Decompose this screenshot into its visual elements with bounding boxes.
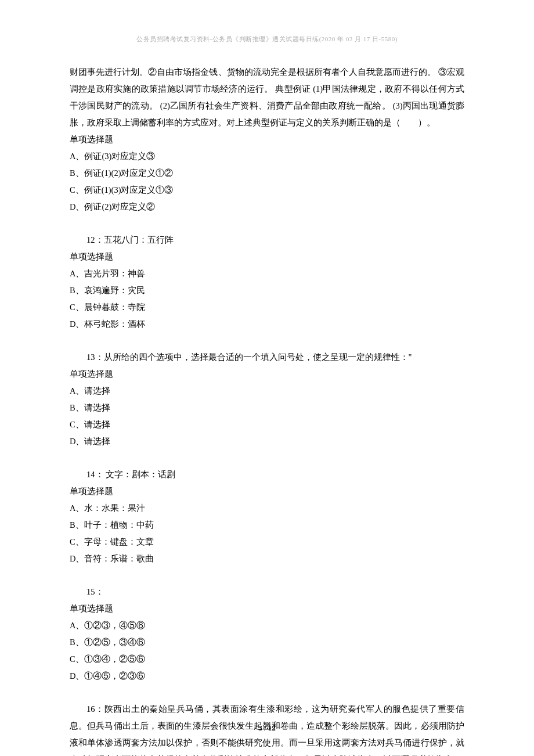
question-13-option-c: C、请选择 bbox=[70, 416, 464, 433]
question-14-option-c: C、字母：键盘：文章 bbox=[70, 534, 464, 550]
question-11-option-c: C、例证(1)(3)对应定义①③ bbox=[70, 182, 464, 199]
question-15-block: 15： 单项选择题 A、①②③，④⑤⑥ B、①②⑤，③④⑥ C、①③④，②⑤⑥ … bbox=[70, 584, 464, 685]
question-11-type: 单项选择题 bbox=[70, 131, 464, 148]
question-12-option-d: D、杯弓蛇影：酒杯 bbox=[70, 316, 464, 333]
question-15-option-b: B、①②⑤，③④⑥ bbox=[70, 634, 464, 651]
question-12-option-c: C、晨钟暮鼓：寺院 bbox=[70, 299, 464, 316]
page-number: 3 / 12 bbox=[0, 723, 534, 733]
question-15-option-c: C、①③④，②⑤⑥ bbox=[70, 651, 464, 668]
question-13-option-d: D、请选择 bbox=[70, 433, 464, 450]
question-13-block: 13：从所给的四个选项中，选择最合适的一个填入问号处，使之呈现一定的规律性：" … bbox=[70, 349, 464, 450]
question-13-option-a: A、请选择 bbox=[70, 383, 464, 399]
question-14-option-b: B、叶子：植物：中药 bbox=[70, 517, 464, 534]
question-14-type: 单项选择题 bbox=[70, 483, 464, 500]
question-14-stem: 14： 文字：剧本：话剧 bbox=[70, 466, 464, 483]
question-15-type: 单项选择题 bbox=[70, 600, 464, 617]
question-15-option-d: D、①④⑤，②③⑥ bbox=[70, 668, 464, 685]
question-12-type: 单项选择题 bbox=[70, 249, 464, 265]
question-12-option-a: A、吉光片羽：神兽 bbox=[70, 265, 464, 282]
question-11-option-d: D、例证(2)对应定义② bbox=[70, 199, 464, 215]
question-13-option-b: B、请选择 bbox=[70, 399, 464, 416]
question-13-type: 单项选择题 bbox=[70, 366, 464, 383]
question-11-option-b: B、例证(1)(2)对应定义①② bbox=[70, 165, 464, 182]
question-11-stem: 财团事先进行计划。②自由市场指金钱、货物的流动完全是根据所有者个人自我意愿而进行… bbox=[70, 64, 464, 131]
question-13-stem: 13：从所给的四个选项中，选择最合适的一个填入问号处，使之呈现一定的规律性：" bbox=[70, 349, 464, 366]
question-12-option-b: B、哀鸿遍野：灾民 bbox=[70, 282, 464, 299]
question-11-block: 财团事先进行计划。②自由市场指金钱、货物的流动完全是根据所有者个人自我意愿而进行… bbox=[70, 64, 464, 215]
question-14-option-d: D、音符：乐谱：歌曲 bbox=[70, 550, 464, 567]
question-14-block: 14： 文字：剧本：话剧 单项选择题 A、水：水果：果汁 B、叶子：植物：中药 … bbox=[70, 466, 464, 567]
question-12-block: 12：五花八门：五行阵 单项选择题 A、吉光片羽：神兽 B、哀鸿遍野：灾民 C、… bbox=[70, 232, 464, 333]
question-15-option-a: A、①②③，④⑤⑥ bbox=[70, 617, 464, 634]
main-content: 财团事先进行计划。②自由市场指金钱、货物的流动完全是根据所有者个人自我意愿而进行… bbox=[70, 64, 464, 756]
question-12-stem: 12：五花八门：五行阵 bbox=[70, 232, 464, 249]
question-11-option-a: A、例证(3)对应定义③ bbox=[70, 148, 464, 165]
page-header: 公务员招聘考试复习资料-公务员《判断推理》通关试题每日练(2020 年 02 月… bbox=[70, 35, 464, 44]
question-14-option-a: A、水：水果：果汁 bbox=[70, 500, 464, 517]
question-15-stem: 15： bbox=[70, 584, 464, 600]
